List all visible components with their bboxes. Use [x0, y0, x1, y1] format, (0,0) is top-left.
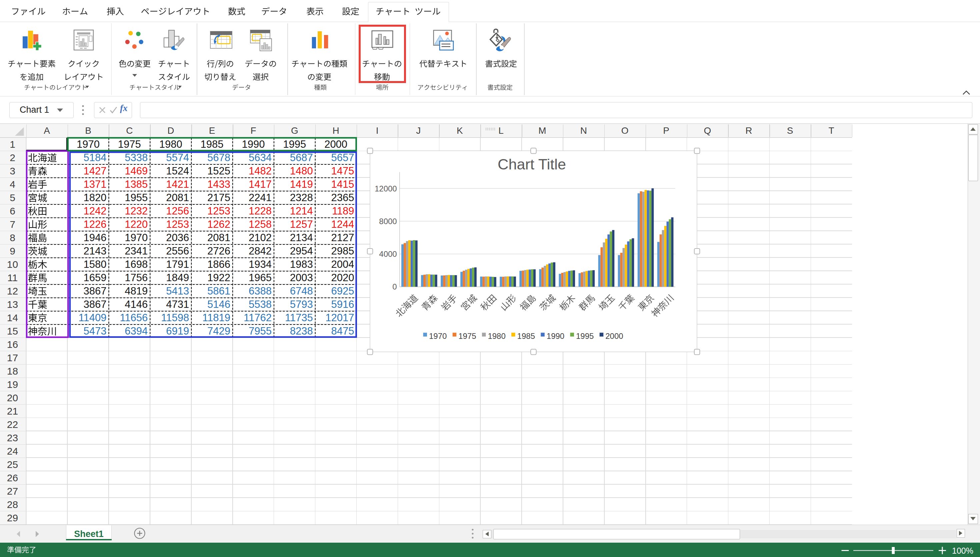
svg-text:4000: 4000: [379, 249, 397, 259]
svg-text:1980: 1980: [488, 332, 505, 340]
svg-text:0: 0: [392, 282, 397, 291]
svg-text:1970: 1970: [429, 332, 447, 340]
svg-text:Chart Title: Chart Title: [498, 156, 566, 173]
svg-text:12000: 12000: [375, 184, 397, 193]
svg-text:8000: 8000: [379, 217, 397, 226]
svg-text:1985: 1985: [518, 332, 535, 340]
svg-text:1975: 1975: [458, 332, 476, 340]
svg-text:2000: 2000: [605, 332, 623, 340]
svg-text:1995: 1995: [576, 332, 594, 340]
svg-text:1990: 1990: [547, 332, 564, 340]
